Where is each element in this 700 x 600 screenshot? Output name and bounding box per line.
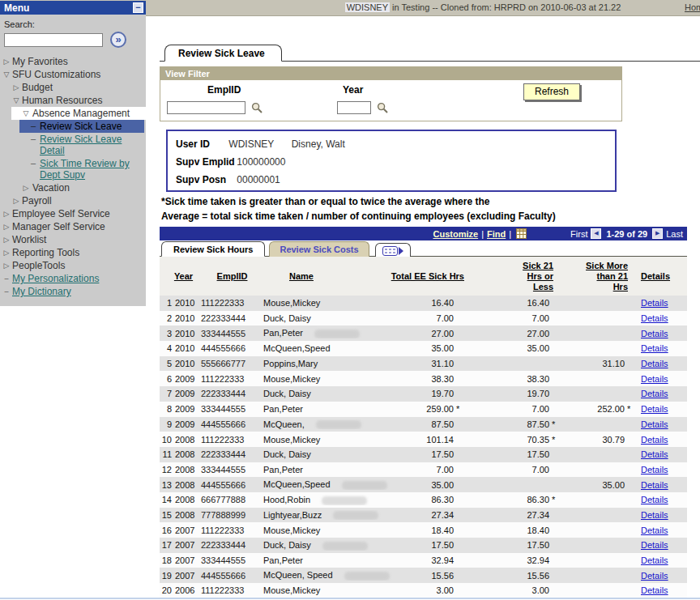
- sidebar-item-budget[interactable]: ▷ Budget: [0, 81, 146, 94]
- collapsed-folder-icon[interactable]: ▷: [2, 247, 11, 258]
- item-bullet-icon[interactable]: –: [2, 286, 11, 297]
- cell-year: 2008: [172, 510, 198, 520]
- collapsed-folder-icon[interactable]: ▷: [2, 56, 11, 67]
- collapsed-folder-icon[interactable]: ▷: [22, 182, 30, 194]
- sidebar-item-payroll[interactable]: ▷ Payroll: [0, 194, 146, 207]
- details-link[interactable]: Details: [641, 465, 668, 474]
- last-page-link[interactable]: Last: [666, 229, 683, 239]
- home-link[interactable]: Home: [685, 2, 700, 12]
- expanded-folder-icon[interactable]: ▽: [12, 95, 20, 106]
- user-name-value: Disney, Walt: [292, 138, 345, 150]
- sidebar-item-review-sick-leave-detail[interactable]: – Review Sick Leave Detail: [0, 133, 146, 157]
- col-header-sick-21-hrs-or-less[interactable]: Sick 21 Hrs or Less: [467, 261, 555, 292]
- row-number: 14: [160, 495, 172, 504]
- expanded-folder-icon[interactable]: ▽: [22, 108, 30, 119]
- item-bullet-icon[interactable]: –: [29, 157, 37, 168]
- year-lookup-icon[interactable]: [377, 102, 389, 114]
- details-link[interactable]: Details: [641, 510, 668, 520]
- col-header-total-ee-sick-hrs[interactable]: Total EE Sick Hrs: [356, 271, 467, 282]
- cell-total-sick-hrs: 27.00: [399, 329, 454, 338]
- sidebar-item-manager-self-service[interactable]: ▷ Manager Self Service: [0, 220, 146, 233]
- details-link[interactable]: Details: [641, 480, 668, 490]
- sidebar-item-my-personalizations[interactable]: – My Personalizations: [0, 272, 146, 285]
- details-link[interactable]: Details: [641, 495, 668, 504]
- sidebar-item-worklist[interactable]: ▷ Worklist: [0, 233, 146, 246]
- emplid-input[interactable]: [167, 101, 245, 114]
- collapsed-folder-icon[interactable]: ▷: [12, 82, 20, 93]
- cell-year: 2008: [172, 480, 198, 490]
- collapsed-folder-icon[interactable]: ▷: [12, 195, 20, 206]
- details-link[interactable]: Details: [641, 374, 668, 384]
- user-id-value: WDISNEY: [228, 138, 274, 150]
- row-number: 7: [160, 389, 172, 398]
- details-link[interactable]: Details: [641, 298, 668, 308]
- cell-total-sick-hrs: 7.00: [399, 313, 454, 323]
- col-header-emplid[interactable]: EmplID: [201, 271, 263, 282]
- menu-title: Menu: [4, 2, 29, 14]
- tab-review-sick-leave[interactable]: Review Sick Leave: [164, 45, 282, 62]
- year-input[interactable]: [337, 101, 371, 114]
- sidebar-item-review-sick-leave[interactable]: – Review Sick Leave: [19, 120, 144, 133]
- sidebar-item-my-dictionary[interactable]: – My Dictionary: [0, 285, 146, 298]
- item-bullet-icon[interactable]: –: [29, 120, 37, 131]
- search-input[interactable]: [4, 33, 103, 47]
- expanded-folder-icon[interactable]: ▽: [2, 69, 11, 80]
- tab-review-sick-costs[interactable]: Review Sick Costs: [269, 241, 369, 257]
- details-link[interactable]: Details: [641, 343, 668, 353]
- search-go-button[interactable]: »: [110, 32, 126, 48]
- refresh-button[interactable]: Refresh: [523, 83, 580, 100]
- minimize-menu-button[interactable]: −: [133, 2, 143, 13]
- details-link[interactable]: Details: [641, 555, 668, 565]
- sidebar-item-sfu-customizations[interactable]: ▽ SFU Customizations: [0, 68, 146, 81]
- details-link[interactable]: Details: [641, 419, 668, 429]
- first-page-link[interactable]: First: [570, 229, 587, 239]
- row-number: 8: [160, 404, 172, 414]
- sidebar-item-vacation[interactable]: ▷ Vacation: [0, 181, 146, 194]
- sidebar-item-human-resources[interactable]: ▽ Human Resources: [0, 94, 146, 107]
- collapsed-folder-icon[interactable]: ▷: [2, 208, 11, 219]
- find-link[interactable]: Find: [487, 229, 506, 239]
- details-link[interactable]: Details: [641, 526, 668, 535]
- details-link[interactable]: Details: [641, 389, 668, 398]
- next-page-button[interactable]: ▶: [652, 228, 663, 239]
- details-link[interactable]: Details: [641, 359, 668, 368]
- cell-details: Details: [634, 435, 683, 445]
- collapsed-folder-icon[interactable]: ▷: [2, 260, 11, 271]
- details-link[interactable]: Details: [641, 329, 668, 338]
- col-header-details[interactable]: Details: [628, 271, 683, 282]
- cell-sick-21-or-less: 16.40: [463, 298, 549, 308]
- redaction-smudge: [314, 330, 360, 338]
- item-bullet-icon[interactable]: –: [2, 273, 11, 284]
- collapsed-folder-icon[interactable]: ▷: [2, 221, 11, 232]
- col-header-sick-more-than-21-hrs[interactable]: Sick More than 21 Hrs: [555, 261, 628, 292]
- customize-link[interactable]: Customize: [433, 229, 479, 239]
- cell-total-sick-hrs: 16.40: [399, 298, 454, 308]
- emplid-lookup-icon[interactable]: [251, 102, 263, 114]
- cell-sick-more-than-21: 31.10: [559, 359, 625, 368]
- collapsed-folder-icon[interactable]: ▷: [2, 234, 11, 245]
- details-link[interactable]: Details: [641, 313, 668, 323]
- details-link[interactable]: Details: [641, 435, 668, 445]
- details-link[interactable]: Details: [641, 404, 668, 414]
- details-link[interactable]: Details: [641, 449, 668, 459]
- sidebar-item-absence-management[interactable]: ▽ Absence Management: [11, 107, 146, 120]
- col-header-year[interactable]: Year: [160, 271, 201, 282]
- sidebar-item-employee-self-service[interactable]: ▷ Employee Self Service: [0, 207, 146, 220]
- cell-emplid: 333444555: [198, 465, 263, 474]
- sidebar-item-reporting-tools[interactable]: ▷ Reporting Tools: [0, 246, 146, 259]
- sidebar-item-my-favorites[interactable]: ▷ My Favorites: [0, 55, 146, 68]
- sidebar-item-sick-time-review-by-dept-supv[interactable]: – Sick Time Review by Dept Supv: [0, 157, 146, 181]
- tab-review-sick-hours[interactable]: Review Sick Hours: [161, 241, 265, 257]
- download-to-spreadsheet-icon[interactable]: [516, 228, 527, 239]
- col-header-name[interactable]: Name: [263, 271, 356, 282]
- row-number: 12: [160, 465, 172, 474]
- item-bullet-icon[interactable]: –: [29, 133, 37, 144]
- details-link[interactable]: Details: [641, 571, 668, 581]
- sidebar-item-peopletools[interactable]: ▷ PeopleTools: [0, 259, 146, 272]
- details-link[interactable]: Details: [641, 585, 668, 595]
- cell-details: Details: [634, 329, 683, 338]
- previous-page-button[interactable]: ◀: [591, 228, 601, 239]
- sidebar-item-label: Review Sick Leave Detail: [40, 134, 143, 156]
- show-all-columns-tab[interactable]: [375, 243, 411, 257]
- details-link[interactable]: Details: [641, 540, 668, 550]
